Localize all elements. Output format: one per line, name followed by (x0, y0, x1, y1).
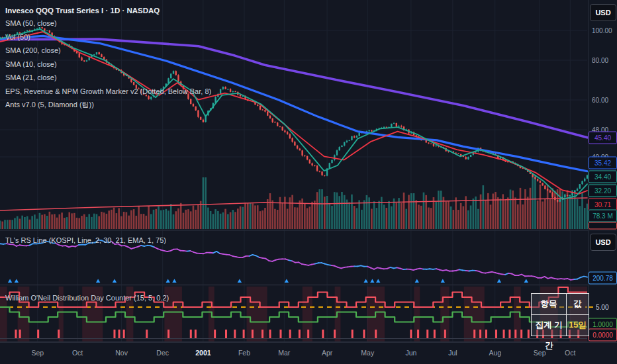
time-axis-label: Mar (278, 349, 290, 357)
info-table: 항목 값 집계 기간 15일 (531, 293, 589, 336)
time-axis-label: Dec (156, 349, 169, 357)
time-axis-label: Sep (534, 349, 546, 357)
time-axis-label: Feb (238, 349, 250, 357)
currency-toggle-main[interactable]: USD (590, 4, 616, 21)
rs-signal-triangles (8, 279, 528, 283)
table-header-item: 항목 (532, 294, 567, 314)
table-cell-period-value: 15일 (567, 315, 589, 336)
volume-bars (0, 175, 588, 229)
time-axis-label: 2001 (195, 349, 211, 357)
time-axis-label: Sep (31, 349, 44, 357)
time-axis-label: Apr (322, 349, 332, 357)
time-axis-label: Oct (72, 349, 83, 357)
info-table-header-row: 항목 값 (532, 294, 589, 314)
time-axis-label: Nov (115, 349, 128, 357)
time-axis-label: May (361, 349, 374, 357)
price-axis[interactable] (588, 0, 617, 342)
legend-item-eps-marker[interactable]: EPS, Revenue & NPM Growth Marker v2 (Dot… (5, 85, 211, 99)
time-axis-label: Oct (565, 349, 575, 357)
volume-ma-line (0, 198, 587, 210)
legend-item-sma200[interactable]: SMA (200, close) (5, 44, 211, 58)
rs-line-series (0, 240, 587, 280)
legend-item-vol[interactable]: Vol (50) (5, 30, 211, 44)
legend-item-ants[interactable]: Ants v7.0 (5, Diamond (팁)) (5, 98, 211, 112)
legend-item-sma50[interactable]: SMA (50, close) (5, 17, 211, 30)
time-axis-label: Jun (405, 349, 416, 357)
dd-pane-label[interactable]: William O'Neil Distribution Day Counter … (5, 294, 169, 302)
legend: Invesco QQQ Trust Series I · 1D · NASDAQ… (5, 5, 211, 112)
table-header-value: 값 (567, 294, 589, 314)
symbol-title[interactable]: Invesco QQQ Trust Series I · 1D · NASDAQ (5, 5, 211, 17)
table-cell-period-label: 집계 기간 (532, 315, 567, 336)
chart-root: SepOctNovDec2001FebMarAprMayJunJulAugSep… (0, 0, 617, 364)
legend-item-sma21[interactable]: SMA (21, close) (5, 71, 211, 85)
legend-item-sma10[interactable]: SMA (10, close) (5, 58, 211, 71)
time-axis[interactable]: SepOctNovDec2001FebMarAprMayJunJulAugSep… (0, 342, 617, 364)
info-table-row: 집계 기간 15일 (532, 314, 589, 336)
time-axis-label: Aug (489, 349, 501, 357)
currency-toggle-rs[interactable]: USD (590, 234, 616, 251)
rs-pane-label[interactable]: TL's RS Line (KOSPI, Line, 2, 30, 21, EM… (5, 236, 166, 244)
time-axis-label: Jul (448, 349, 457, 357)
